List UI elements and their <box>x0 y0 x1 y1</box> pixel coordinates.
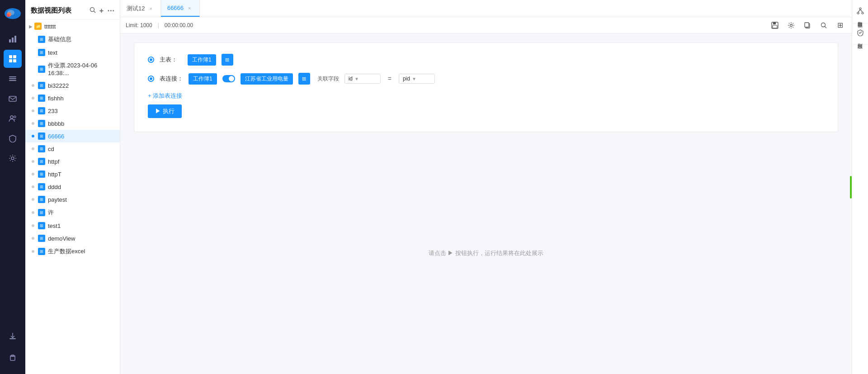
item-icon: ⊞ <box>38 66 45 73</box>
sidebar-item-test1[interactable]: ⊞ test1 <box>25 219 120 232</box>
join-table-radio[interactable] <box>148 76 154 82</box>
sidebar-item-bi32222[interactable]: ⊞ bi32222 <box>25 79 120 92</box>
item-dot <box>32 97 34 99</box>
result-hint-text: 请点击 ▶ 按钮执行，运行结果将在此处展示 <box>429 249 543 257</box>
svg-point-28 <box>821 23 826 27</box>
column-permission-icon <box>857 29 864 38</box>
nav-users-icon[interactable] <box>4 109 22 128</box>
right-panel-data-model[interactable]: 数据模型 <box>852 4 868 24</box>
add-join-link[interactable]: + 添加表连接 <box>148 92 824 100</box>
sidebar-item-text[interactable]: ⊞ text <box>25 46 120 59</box>
left-field-dropdown[interactable]: id ▼ <box>344 74 381 84</box>
right-panel: 数据模型 列权限 <box>852 0 868 374</box>
sidebar-header: 数据视图列表 + ⋯ <box>25 0 120 20</box>
sidebar-item-paytest[interactable]: ⊞ paytest <box>25 193 120 206</box>
sidebar-list: ▶ 📁 ttttttt ⊞ 基础信息 ⊞ text ⊞ 作业票.2023-04-… <box>25 20 120 374</box>
content-area: 主表： 工作簿1 ⊞ 表连接： 工作簿1 江苏省工业用电量 ⊞ 关联字 <box>120 33 852 374</box>
item-label: httpf <box>48 158 59 165</box>
main-table-radio[interactable] <box>148 57 154 63</box>
join-table1-button[interactable]: 工作簿1 <box>189 73 217 85</box>
left-field-value: id <box>349 76 353 82</box>
item-label: test1 <box>48 223 61 229</box>
item-dot <box>32 198 34 201</box>
main-table-button[interactable]: 工作簿1 <box>188 54 216 66</box>
item-icon: ⊞ <box>38 209 45 216</box>
data-model-button[interactable]: ⊞ <box>834 19 846 32</box>
sidebar-more-icon[interactable]: ⋯ <box>107 6 114 15</box>
toolbar-right: ⊞ <box>769 19 846 32</box>
nav-grid-icon[interactable] <box>4 50 22 68</box>
item-dot <box>32 185 34 188</box>
right-panel-column-permission[interactable]: 列权限 <box>852 25 868 45</box>
sidebar-item-cd[interactable]: ⊞ cd <box>25 142 120 155</box>
sidebar-group-ttttttt[interactable]: ▶ 📁 ttttttt <box>25 20 120 33</box>
item-icon: ⊞ <box>38 235 45 242</box>
sidebar-item-生产数据excel[interactable]: ⊞ 生产数据excel <box>25 245 120 258</box>
sidebar-item-fishhh[interactable]: ⊞ fishhh <box>25 92 120 104</box>
edge-indicator <box>850 176 852 199</box>
tab-label: 测试12 <box>127 5 145 13</box>
item-icon: ⊞ <box>38 183 45 190</box>
main-table-grid-icon-button[interactable]: ⊞ <box>222 54 233 66</box>
sidebar-item-bbbbb[interactable]: ⊞ bbbbb <box>25 117 120 130</box>
tab-66666[interactable]: 66666 × <box>161 0 200 17</box>
sidebar-item-233[interactable]: ⊞ 233 <box>25 104 120 117</box>
svg-rect-12 <box>9 78 16 79</box>
nav-shield-icon[interactable] <box>4 129 22 147</box>
sidebar-item-基础信息[interactable]: ⊞ 基础信息 <box>25 33 120 46</box>
sidebar-item-许[interactable]: ⊞ 许 <box>25 206 120 219</box>
execute-button[interactable]: ▶ 执行 <box>148 104 182 118</box>
svg-rect-27 <box>805 23 809 27</box>
item-label: dddd <box>48 184 61 190</box>
nav-mail-icon[interactable] <box>4 90 22 108</box>
tab-label: 66666 <box>167 5 184 11</box>
time-label: 00:00:00.00 <box>165 22 193 28</box>
nav-download-icon[interactable] <box>4 327 22 345</box>
nav-chart-icon[interactable] <box>4 30 22 48</box>
sidebar-item-66666[interactable]: ⊞ 66666 <box>25 130 120 142</box>
nav-settings-icon[interactable] <box>4 149 22 167</box>
item-dot <box>32 147 34 150</box>
item-icon: ⊞ <box>38 145 45 152</box>
join-table-grid-icon-button[interactable]: ⊞ <box>298 73 310 85</box>
sidebar-title: 数据视图列表 <box>31 6 71 15</box>
item-label: bbbbb <box>48 120 64 127</box>
sidebar-item-dddd[interactable]: ⊞ dddd <box>25 180 120 193</box>
svg-line-33 <box>858 9 860 12</box>
add-join-label: + 添加表连接 <box>148 92 182 100</box>
sidebar-item-httpf[interactable]: ⊞ httpf <box>25 155 120 168</box>
nav-trash-icon[interactable] <box>4 349 22 367</box>
item-label: 66666 <box>48 133 64 140</box>
tab-close-测试12[interactable]: × <box>147 5 154 12</box>
join-table2-button[interactable]: 江苏省工业用电量 <box>241 73 293 85</box>
left-navigation <box>0 0 25 374</box>
svg-rect-19 <box>10 356 15 360</box>
item-label: cd <box>48 146 54 152</box>
sidebar-header-actions: + ⋯ <box>90 6 114 15</box>
sidebar-item-demoView[interactable]: ⊞ demoView <box>25 232 120 245</box>
item-icon: ⊞ <box>38 196 45 203</box>
column-permission-label: 列权限 <box>857 39 863 41</box>
group-label: ttttttt <box>44 23 56 30</box>
search-button[interactable] <box>817 19 830 32</box>
tab-测试12[interactable]: 测试12 × <box>120 0 161 17</box>
item-icon: ⊞ <box>38 120 45 127</box>
item-label: text <box>48 49 57 56</box>
save-button[interactable] <box>769 19 781 32</box>
right-field-dropdown[interactable]: pid ▼ <box>399 74 435 84</box>
join-toggle-switch[interactable] <box>222 75 235 82</box>
settings-button[interactable] <box>785 19 797 32</box>
sidebar-add-icon[interactable]: + <box>99 7 104 15</box>
copy-button[interactable] <box>801 19 814 32</box>
sidebar-item-作业票[interactable]: ⊞ 作业票.2023-04-06 16:38:... <box>25 59 120 79</box>
sidebar-search-icon[interactable] <box>90 7 96 14</box>
join-table-label: 表连接： <box>160 75 183 83</box>
sidebar-item-httpT[interactable]: ⊞ httpT <box>25 168 120 180</box>
svg-rect-10 <box>13 59 16 62</box>
svg-point-17 <box>11 157 14 160</box>
nav-list-icon[interactable] <box>4 70 22 88</box>
svg-line-21 <box>94 11 95 13</box>
toolbar: Limit: 1000 | 00:00:00.00 <box>120 17 852 33</box>
tab-close-66666[interactable]: × <box>186 5 193 12</box>
svg-point-20 <box>90 8 94 12</box>
